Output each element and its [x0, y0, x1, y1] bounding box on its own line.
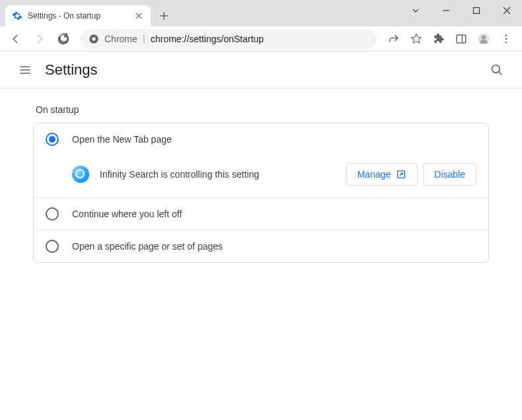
omnibox[interactable]: Chrome | chrome://settings/onStartup [81, 29, 377, 49]
radio-unselected-icon [46, 207, 59, 221]
manage-extension-button[interactable]: Manage [346, 163, 418, 186]
new-tab-button[interactable] [155, 7, 173, 25]
reload-button[interactable] [53, 28, 74, 50]
profile-button[interactable] [473, 28, 494, 50]
settings-header: Settings [0, 52, 522, 88]
option-label: Open a specific page or set of pages [72, 241, 223, 252]
side-panel-button[interactable] [451, 28, 472, 50]
tab-title: Settings - On startup [28, 11, 128, 20]
maximize-button[interactable] [461, 0, 492, 21]
menu-button[interactable] [496, 28, 517, 50]
extension-notice: Infinity Search is controlling this sett… [34, 155, 488, 197]
startup-card: Open the New Tab page Infinity Search is… [33, 123, 489, 263]
tab-settings[interactable]: Settings - On startup [5, 5, 151, 26]
gear-icon [12, 11, 22, 21]
close-window-button[interactable] [492, 0, 522, 21]
extension-icon [72, 166, 89, 183]
extensions-button[interactable] [428, 28, 449, 50]
svg-rect-4 [457, 35, 466, 43]
extension-notice-text: Infinity Search is controlling this sett… [100, 169, 336, 180]
external-link-icon [396, 169, 406, 180]
omnibox-separator: | [143, 33, 145, 45]
content: On startup Open the New Tab page Infinit… [0, 88, 522, 279]
omnibox-url: chrome://settings/onStartup [151, 34, 369, 44]
option-label: Continue where you left off [72, 209, 182, 219]
radio-unselected-icon [46, 240, 59, 253]
bookmark-button[interactable] [406, 28, 427, 50]
svg-point-11 [492, 65, 500, 73]
option-continue[interactable]: Continue where you left off [34, 197, 488, 230]
disable-extension-button[interactable]: Disable [423, 163, 476, 186]
chrome-icon [89, 34, 99, 44]
radio-selected-icon [46, 133, 59, 146]
manage-label: Manage [357, 169, 391, 180]
option-label: Open the New Tab page [72, 134, 172, 145]
svg-point-9 [505, 38, 507, 40]
omnibox-scheme: Chrome [104, 34, 137, 44]
svg-point-7 [482, 35, 486, 39]
hamburger-menu-button[interactable] [12, 57, 38, 83]
svg-rect-1 [474, 8, 480, 14]
option-open-new-tab[interactable]: Open the New Tab page [34, 123, 488, 155]
section-title: On startup [36, 104, 489, 115]
search-settings-button[interactable] [484, 57, 510, 83]
page-title: Settings [45, 61, 484, 79]
back-button[interactable] [5, 28, 26, 50]
dropdown-window-icon[interactable] [400, 0, 431, 21]
svg-line-12 [499, 71, 502, 75]
share-button[interactable] [383, 28, 404, 50]
svg-point-8 [505, 34, 507, 36]
svg-point-10 [505, 41, 507, 43]
toolbar: Chrome | chrome://settings/onStartup [0, 26, 522, 52]
option-specific-pages[interactable]: Open a specific page or set of pages [34, 230, 488, 262]
minimize-button[interactable] [431, 0, 461, 21]
forward-button[interactable] [29, 28, 50, 50]
disable-label: Disable [434, 169, 465, 180]
window-controls [400, 0, 522, 21]
close-tab-button[interactable] [133, 11, 144, 21]
svg-point-3 [92, 37, 95, 40]
